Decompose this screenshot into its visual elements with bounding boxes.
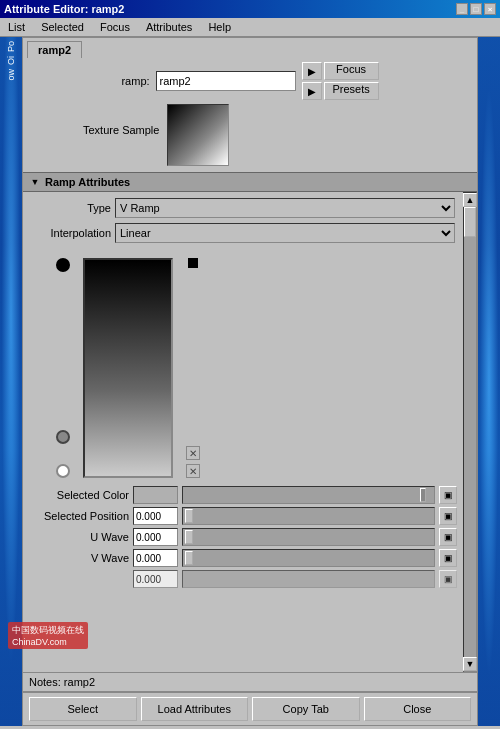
u-wave-btn[interactable]: ▣ — [439, 528, 457, 546]
left-label-ow: ow — [6, 69, 16, 81]
ramp-right-markers: ✕ ✕ — [183, 258, 203, 478]
watermark-line1: 中国数码视频在线 — [12, 624, 84, 637]
title-bar: Attribute Editor: ramp2 _ □ × — [0, 0, 500, 18]
scroll-up-arrow[interactable]: ▲ — [463, 193, 477, 207]
interpolation-row: Interpolation Linear — [31, 223, 455, 243]
menu-focus[interactable]: Focus — [98, 20, 132, 34]
bottom-bar: Select Load Attributes Copy Tab Close — [23, 691, 477, 725]
maximize-button[interactable]: □ — [470, 3, 482, 15]
interpolation-label: Interpolation — [31, 227, 111, 239]
minimize-button[interactable]: _ — [456, 3, 468, 15]
watermark: 中国数码视频在线 ChinaDV.com — [8, 622, 88, 649]
editor-panel: ramp2 ramp: ▶ Focus ▶ Presets — [22, 37, 478, 726]
ramp-arrow-btn-2[interactable]: ▶ — [302, 82, 322, 100]
close-button[interactable]: × — [484, 3, 496, 15]
scroll-track[interactable] — [464, 207, 476, 657]
menu-help[interactable]: Help — [206, 20, 233, 34]
ramp-header-area: ramp: ▶ Focus ▶ Presets — [23, 58, 477, 104]
extra-row-input[interactable] — [133, 570, 178, 588]
texture-label: Texture Sample — [83, 104, 159, 136]
presets-button[interactable]: Presets — [324, 82, 379, 100]
select-button[interactable]: Select — [29, 697, 137, 721]
v-wave-slider-thumb — [185, 551, 193, 565]
ramp-gradient-display[interactable] — [83, 258, 173, 478]
mid-x-marker[interactable]: ✕ — [186, 446, 200, 460]
texture-sample-preview — [167, 104, 229, 166]
selected-color-slider[interactable] — [182, 486, 435, 504]
extra-row: ▣ — [29, 570, 457, 588]
selected-position-slider-thumb — [185, 509, 193, 523]
top-square-marker[interactable] — [188, 258, 198, 268]
selected-position-label: Selected Position — [29, 510, 129, 522]
ramp-name-input[interactable] — [156, 71, 296, 91]
properties-section: Selected Color ▣ Selected Position — [23, 482, 463, 595]
ramp-attributes-label: Ramp Attributes — [45, 176, 130, 188]
type-label: Type — [31, 202, 111, 214]
attrs-scroll-content: Type V Ramp Interpolation Linear — [23, 192, 463, 672]
type-row: Type V Ramp — [31, 198, 455, 218]
selected-position-row: Selected Position ▣ — [29, 507, 457, 525]
interpolation-select[interactable]: Linear — [115, 223, 455, 243]
v-wave-label: V Wave — [29, 552, 129, 564]
notes-text: Notes: ramp2 — [29, 676, 95, 688]
menu-attributes[interactable]: Attributes — [144, 20, 194, 34]
left-label-po: Po — [6, 41, 16, 52]
u-wave-slider[interactable] — [182, 528, 435, 546]
selected-position-slider[interactable] — [182, 507, 435, 525]
close-button-bottom[interactable]: Close — [364, 697, 472, 721]
right-edge-decoration — [478, 37, 500, 726]
selected-color-slider-thumb — [420, 488, 426, 502]
window-controls: _ □ × — [456, 3, 496, 15]
tab-bar: ramp2 — [23, 38, 477, 58]
notes-bar: Notes: ramp2 — [23, 672, 477, 691]
selected-color-btn[interactable]: ▣ — [439, 486, 457, 504]
top-marker-black[interactable] — [56, 258, 70, 272]
menu-bar: List Selected Focus Attributes Help — [0, 18, 500, 37]
mid-marker-gray[interactable] — [56, 430, 70, 444]
u-wave-input[interactable] — [133, 528, 178, 546]
load-attributes-button[interactable]: Load Attributes — [141, 697, 249, 721]
u-wave-slider-thumb — [185, 530, 193, 544]
v-wave-slider[interactable] — [182, 549, 435, 567]
selected-color-label: Selected Color — [29, 489, 129, 501]
u-wave-label: U Wave — [29, 531, 129, 543]
selected-position-btn[interactable]: ▣ — [439, 507, 457, 525]
menu-selected[interactable]: Selected — [39, 20, 86, 34]
v-wave-row: V Wave ▣ — [29, 549, 457, 567]
extra-row-slider[interactable] — [182, 570, 435, 588]
bottom-x-marker[interactable]: ✕ — [186, 464, 200, 478]
copy-tab-button[interactable]: Copy Tab — [252, 697, 360, 721]
ramp-display-area: ✕ ✕ — [23, 254, 463, 482]
ramp-attributes-header: ▼ Ramp Attributes — [23, 172, 477, 192]
left-label-oi: Oi — [6, 56, 16, 65]
selected-position-input[interactable] — [133, 507, 178, 525]
tab-ramp2[interactable]: ramp2 — [27, 41, 82, 58]
scroll-thumb[interactable] — [464, 207, 476, 237]
texture-section: Texture Sample — [23, 104, 477, 172]
ramp-field-label: ramp: — [121, 75, 149, 87]
watermark-line2: ChinaDV.com — [12, 637, 84, 647]
ramp-name-row: ramp: ▶ Focus ▶ Presets — [31, 62, 469, 100]
ramp-left-markers — [53, 258, 73, 478]
extra-row-btn[interactable]: ▣ — [439, 570, 457, 588]
vertical-scrollbar: ▲ ▼ — [463, 192, 477, 672]
menu-list[interactable]: List — [6, 20, 27, 34]
ramp-arrow-btn-1[interactable]: ▶ — [302, 62, 322, 80]
scrollable-content: Type V Ramp Interpolation Linear — [23, 192, 477, 672]
selected-color-row: Selected Color ▣ — [29, 486, 457, 504]
focus-button[interactable]: Focus — [324, 62, 379, 80]
u-wave-row: U Wave ▣ — [29, 528, 457, 546]
collapse-arrow-icon[interactable]: ▼ — [29, 176, 41, 188]
v-wave-input[interactable] — [133, 549, 178, 567]
title-text: Attribute Editor: ramp2 — [4, 3, 124, 15]
selected-color-swatch[interactable] — [133, 486, 178, 504]
v-wave-btn[interactable]: ▣ — [439, 549, 457, 567]
scroll-down-arrow[interactable]: ▼ — [463, 657, 477, 671]
type-section: Type V Ramp Interpolation Linear — [23, 192, 463, 254]
bottom-marker-white[interactable] — [56, 464, 70, 478]
type-select[interactable]: V Ramp — [115, 198, 455, 218]
